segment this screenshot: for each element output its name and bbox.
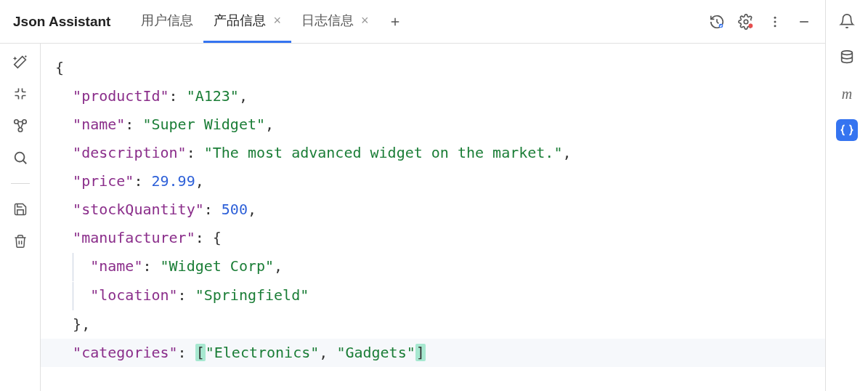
more-vertical-icon[interactable] — [766, 12, 784, 31]
close-icon[interactable]: × — [361, 13, 369, 28]
json-key: "location" — [90, 286, 177, 304]
json-key: "stockQuantity" — [73, 201, 204, 218]
json-tool-icon[interactable] — [836, 119, 858, 141]
json-value: "Springfield" — [195, 286, 309, 304]
json-value: "Gadgets" — [336, 344, 415, 361]
history-icon[interactable] — [707, 12, 726, 31]
json-key: "productId" — [73, 87, 169, 105]
settings-gear-icon[interactable] — [737, 12, 755, 31]
brace-close: } — [73, 315, 81, 333]
bracket-open: [ — [195, 344, 206, 361]
graph-icon[interactable] — [11, 116, 30, 135]
svg-point-3 — [774, 16, 776, 18]
json-editor[interactable]: { "productId": "A123", "name": "Super Wi… — [41, 44, 825, 391]
json-value: 500 — [222, 201, 248, 218]
json-key: "description" — [73, 144, 187, 161]
tab-product-info[interactable]: 产品信息 × — [203, 0, 291, 43]
right-sidebar: m — [826, 0, 868, 391]
database-icon[interactable] — [836, 47, 858, 68]
json-value: "Super Widget" — [142, 116, 265, 133]
json-value: 29.99 — [151, 172, 195, 190]
add-tab-button[interactable] — [378, 0, 412, 43]
bell-icon[interactable] — [836, 10, 858, 32]
compress-icon[interactable] — [11, 84, 30, 103]
json-value: "Widget Corp" — [161, 257, 275, 275]
topbar: Json Assistant 用户信息 产品信息 × 日志信息 × — [0, 0, 825, 44]
tabs: 用户信息 产品信息 × 日志信息 × — [131, 0, 412, 43]
json-value: "A123" — [187, 87, 239, 105]
json-key: "price" — [73, 172, 134, 190]
tab-log-info[interactable]: 日志信息 × — [291, 0, 379, 43]
json-key: "categories" — [73, 344, 178, 361]
svg-point-1 — [744, 20, 748, 24]
save-icon[interactable] — [11, 200, 30, 219]
svg-point-10 — [842, 51, 853, 55]
search-icon[interactable] — [11, 148, 30, 167]
trash-icon[interactable] — [11, 232, 30, 251]
main-area: Json Assistant 用户信息 产品信息 × 日志信息 × — [0, 0, 826, 391]
svg-point-4 — [774, 20, 776, 23]
top-actions — [707, 12, 818, 31]
app-title: Json Assistant — [0, 14, 123, 30]
bracket-close: ] — [415, 344, 426, 361]
json-value: "Electronics" — [206, 344, 320, 361]
json-key: "manufacturer" — [73, 229, 195, 246]
svg-point-8 — [18, 128, 23, 132]
brace-open: { — [55, 59, 64, 76]
svg-point-5 — [774, 25, 776, 27]
close-icon[interactable]: × — [273, 13, 281, 28]
brace-open: { — [213, 229, 222, 246]
body-area: { "productId": "A123", "name": "Super Wi… — [0, 44, 825, 391]
json-key: "name" — [73, 116, 125, 133]
left-toolbar — [0, 44, 41, 391]
tab-label: 用户信息 — [141, 12, 193, 29]
tab-user-info[interactable]: 用户信息 — [131, 0, 203, 43]
svg-point-2 — [748, 23, 753, 28]
separator — [11, 183, 30, 184]
json-value: "The most advanced widget on the market.… — [204, 144, 563, 161]
m-tool-icon[interactable]: m — [836, 83, 858, 105]
magic-wand-icon[interactable] — [11, 52, 30, 71]
svg-point-9 — [15, 153, 24, 162]
json-key: "name" — [90, 257, 142, 275]
tab-label: 日志信息 — [301, 12, 354, 29]
minimize-icon[interactable] — [795, 12, 814, 31]
tab-label: 产品信息 — [214, 12, 266, 29]
